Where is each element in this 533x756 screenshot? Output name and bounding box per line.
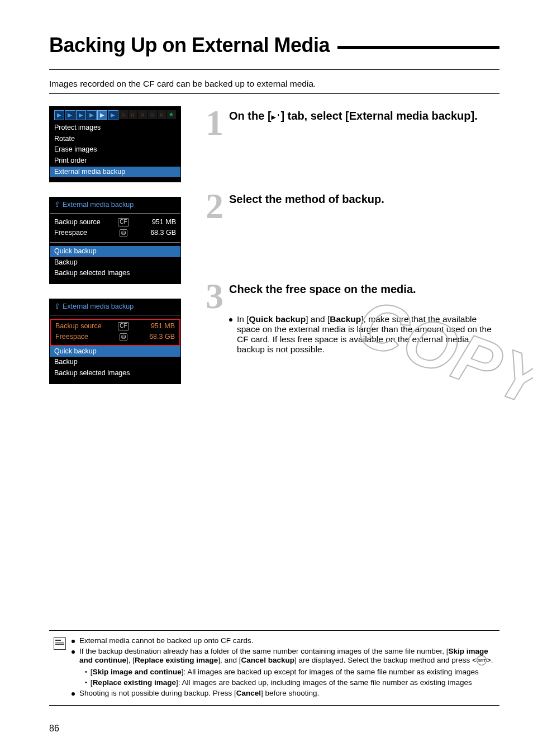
separator	[50, 213, 180, 214]
text-bold: Replace existing image	[93, 678, 176, 687]
separator	[50, 315, 180, 315]
menu-item: Rotate	[54, 134, 176, 145]
camera-menu-screenshot-3: ⇪ External media backup Backup source CF…	[49, 299, 181, 384]
text-bold: Skip image and continue	[93, 668, 182, 676]
step-number: 1	[198, 108, 223, 137]
text: [Replace existing image]: All images are…	[91, 678, 472, 687]
text: ]: All images are backed up, including i…	[176, 678, 472, 687]
step-2: 2 Select the method of backup.	[198, 192, 499, 220]
step-1: 1 On the [▶'] tab, select [External medi…	[198, 108, 499, 137]
step-number: 3	[198, 282, 223, 310]
screen-header: ⇪ External media backup	[54, 303, 176, 311]
text: In [	[237, 314, 249, 324]
row-value: 951 MB	[142, 218, 176, 227]
text: If the backup destination already has a …	[79, 647, 448, 655]
hr-line	[49, 93, 499, 94]
camera-menu-screenshot-2: ⇪ External media backup Backup source CF…	[49, 197, 181, 284]
text: Shooting is not possible during backup. …	[79, 689, 236, 697]
tab-play-icon: ▶	[87, 110, 97, 120]
note-subitem: [Replace existing image]: All images are…	[85, 678, 494, 687]
info-row: Freespace ⛁ 68.3 GB	[55, 332, 175, 343]
disk-icon: ⛁	[112, 333, 135, 342]
tab-camera-icon: ⌂	[147, 110, 156, 119]
tab-star-icon: ★	[167, 110, 176, 119]
play-tab-glyph: ▶'	[272, 112, 281, 121]
disk-icon: ⛁	[112, 229, 135, 238]
camera-menu-screenshot-1: ▶ ▶ ▶ ▶ ▶ ▶ ⌂ ⌂ ⌂ ⌂ ⌂ ★ Protect images R…	[49, 106, 181, 182]
screen-header: ⇪ External media backup	[54, 201, 176, 210]
text-bold: Cancel	[236, 689, 261, 697]
row-label: Freespace	[55, 333, 106, 342]
text-bold: Quick backup	[249, 314, 306, 324]
set-button-icon: SET	[477, 655, 487, 665]
text-bold: Backup	[330, 314, 361, 324]
info-row: Backup source CF 951 MB	[54, 217, 176, 228]
screen-header-text: External media backup	[63, 303, 134, 311]
title-row: Backing Up on External Media	[49, 34, 499, 57]
title-rule	[337, 46, 499, 49]
hr-line	[49, 69, 499, 70]
row-value: 68.3 GB	[142, 229, 176, 238]
text: >.	[487, 656, 493, 664]
intro-text: Images recorded on the CF card can be ba…	[49, 79, 499, 89]
text: ], and [	[218, 656, 241, 664]
menu-item-highlighted: External media backup	[50, 167, 180, 178]
text: Shooting is not possible during backup. …	[79, 689, 319, 697]
text: ] tab, select [External media backup].	[280, 110, 477, 122]
row-value: 951 MB	[141, 322, 175, 331]
notes-list: External media cannot be backed up onto …	[72, 636, 494, 700]
text: External media cannot be backed up onto …	[79, 636, 253, 645]
note-item: If the backup destination already has a …	[72, 647, 494, 665]
bullet-icon	[229, 318, 232, 322]
row-label: Freespace	[54, 229, 104, 238]
step-title: Check the free space on the media.	[229, 282, 416, 297]
text: ] and [	[306, 314, 330, 324]
tab-play-icon: ▶	[65, 110, 75, 120]
cf-card-icon: CF	[112, 218, 135, 226]
note-page-icon	[54, 637, 66, 650]
step-3: 3 Check the free space on the media. In …	[198, 282, 499, 354]
menu-item: Print order	[54, 155, 176, 167]
tab-play-icon: ▶	[54, 110, 64, 120]
option-highlighted: Quick backup	[50, 246, 180, 257]
tab-play-selected-icon: ▶	[97, 110, 107, 120]
separator	[50, 242, 180, 243]
tab-camera-icon: ⌂	[158, 110, 166, 119]
step-body-text: In [Quick backup] and [Backup], make sur…	[237, 314, 499, 355]
highlighted-box: Backup source CF 951 MB Freespace ⛁ 68.3…	[50, 319, 180, 346]
screen-header-text: External media backup	[63, 201, 134, 210]
text: ] are displayed. Select the backup metho…	[294, 656, 477, 664]
option-item: Backup	[54, 357, 176, 368]
page-title: Backing Up on External Media	[49, 34, 330, 57]
menu-item: Protect images	[54, 122, 176, 134]
info-row: Freespace ⛁ 68.3 GB	[54, 228, 176, 239]
note-item: External media cannot be backed up onto …	[72, 636, 494, 645]
row-value: 68.3 GB	[141, 333, 175, 342]
option-item: Backup selected images	[54, 268, 176, 279]
text: ]: All images are backed up except for i…	[182, 668, 479, 676]
page-number: 86	[49, 724, 59, 734]
info-row: Backup source CF 951 MB	[55, 321, 175, 332]
text: [Skip image and continue]: All images ar…	[91, 668, 479, 676]
row-label: Backup source	[54, 218, 104, 227]
step-title: On the [▶'] tab, select [External media …	[229, 108, 478, 124]
option-item: Backup selected images	[54, 368, 176, 379]
option-highlighted: Quick backup	[50, 346, 180, 357]
notes-box: External media cannot be backed up onto …	[49, 630, 499, 706]
tab-camera-icon: ⌂	[138, 110, 147, 119]
note-subitem: [Skip image and continue]: All images ar…	[85, 668, 494, 676]
option-item: Backup	[54, 257, 176, 268]
tab-camera-icon: ⌂	[129, 110, 137, 119]
text-bold: Cancel backup	[241, 656, 294, 664]
tab-camera-icon: ⌂	[119, 110, 128, 119]
tab-play-icon: ▶	[108, 110, 118, 120]
menu-tab-strip: ▶ ▶ ▶ ▶ ▶ ▶ ⌂ ⌂ ⌂ ⌂ ⌂ ★	[54, 110, 176, 120]
menu-item: Erase images	[54, 144, 176, 155]
text: On the [	[229, 110, 272, 122]
text: If the backup destination already has a …	[79, 647, 494, 665]
cf-card-icon: CF	[112, 322, 135, 330]
external-media-icon: ⇪	[54, 201, 60, 210]
step-title: Select the method of backup.	[229, 192, 384, 207]
text-bold: Replace existing image	[135, 656, 218, 664]
external-media-icon: ⇪	[54, 303, 60, 311]
